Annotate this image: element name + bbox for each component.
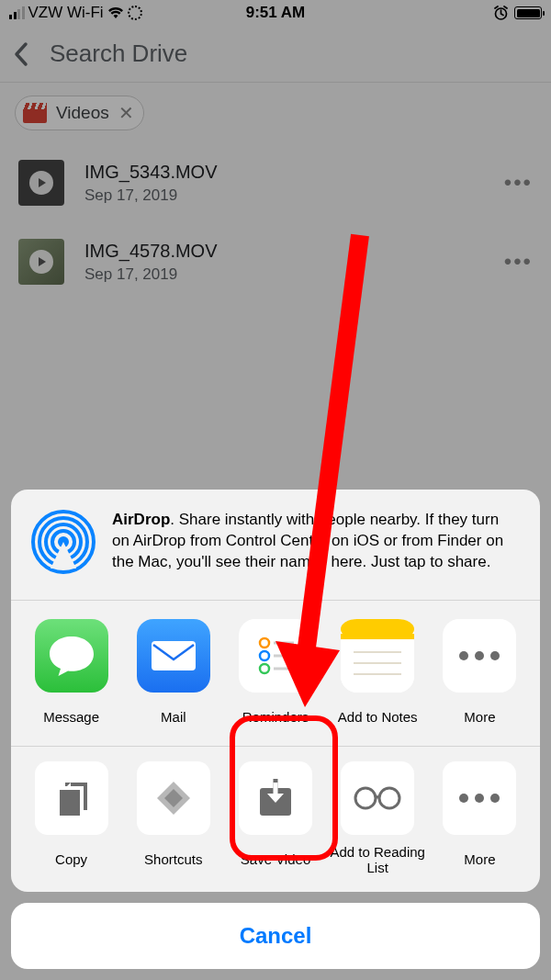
notes-icon — [341, 619, 414, 693]
svg-point-26 — [379, 788, 399, 808]
share-app-more[interactable]: More — [429, 619, 531, 733]
more-apps-icon — [443, 619, 516, 693]
share-sheet: AirDrop. Share instantly with people nea… — [11, 490, 540, 969]
action-label: Add to Reading List — [327, 844, 429, 875]
share-app-mail[interactable]: Mail — [122, 619, 224, 733]
reading-list-icon — [341, 761, 414, 835]
action-save-video[interactable]: Save Video — [224, 761, 326, 875]
airdrop-section[interactable]: AirDrop. Share instantly with people nea… — [11, 490, 540, 600]
action-label: More — [464, 844, 495, 875]
action-shortcuts[interactable]: Shortcuts — [122, 761, 224, 875]
more-actions-icon — [443, 761, 516, 835]
share-app-reminders[interactable]: Reminders — [224, 619, 326, 733]
action-copy[interactable]: Copy — [20, 761, 122, 875]
svg-rect-15 — [341, 634, 414, 639]
message-icon — [35, 619, 108, 693]
share-app-message[interactable]: Message — [20, 619, 122, 733]
mail-icon — [137, 619, 210, 693]
svg-point-25 — [355, 788, 376, 808]
cancel-button[interactable]: Cancel — [11, 903, 540, 969]
share-apps-row: Message Mail Reminders — [11, 601, 540, 746]
svg-point-9 — [260, 651, 269, 660]
svg-point-27 — [459, 794, 468, 803]
svg-point-21 — [490, 651, 500, 660]
app-label: Add to Notes — [338, 702, 418, 733]
svg-point-19 — [459, 651, 468, 660]
app-label: Message — [43, 702, 99, 733]
share-actions-row: Copy Shortcuts Save Video Add to Reading… — [11, 747, 540, 892]
app-label: More — [464, 702, 495, 733]
svg-rect-6 — [152, 641, 196, 670]
share-app-notes[interactable]: Add to Notes — [327, 619, 429, 733]
shortcuts-icon — [137, 761, 210, 835]
airdrop-icon — [31, 510, 96, 574]
app-label: Reminders — [242, 702, 309, 733]
reminders-icon — [239, 619, 312, 693]
svg-point-29 — [490, 794, 500, 803]
svg-point-28 — [475, 794, 484, 803]
action-label: Shortcuts — [144, 844, 202, 875]
copy-icon — [35, 761, 108, 835]
app-label: Mail — [161, 702, 186, 733]
svg-point-11 — [260, 664, 269, 673]
svg-point-20 — [475, 651, 484, 660]
action-reading-list[interactable]: Add to Reading List — [327, 761, 429, 875]
action-label: Copy — [55, 844, 87, 875]
save-video-icon — [239, 761, 312, 835]
svg-point-7 — [260, 638, 269, 648]
airdrop-description: AirDrop. Share instantly with people nea… — [112, 510, 520, 574]
action-more[interactable]: More — [429, 761, 531, 875]
svg-rect-24 — [274, 783, 278, 794]
action-label: Save Video — [241, 844, 310, 875]
